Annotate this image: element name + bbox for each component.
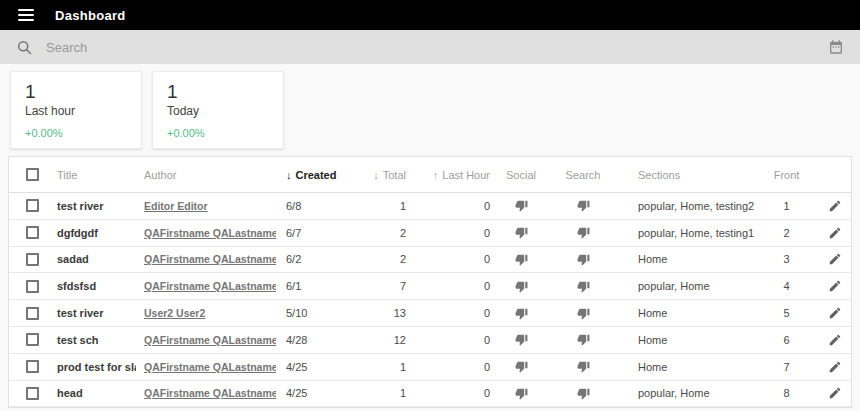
edit-pencil-icon[interactable] bbox=[828, 360, 842, 374]
edit-pencil-icon[interactable] bbox=[828, 306, 842, 320]
menu-icon[interactable] bbox=[18, 9, 34, 21]
app-bar: Dashboard bbox=[0, 0, 860, 30]
thumb-down-icon[interactable] bbox=[577, 387, 590, 400]
content-table: Title Author ↓Created ↓Total ↑Last Hour … bbox=[8, 156, 852, 408]
sort-desc-icon: ↓ bbox=[373, 169, 379, 181]
select-all-checkbox[interactable] bbox=[26, 168, 39, 181]
thumb-down-icon[interactable] bbox=[577, 226, 590, 239]
thumb-down-icon[interactable] bbox=[515, 280, 528, 293]
row-checkbox[interactable] bbox=[26, 387, 39, 400]
edit-pencil-icon[interactable] bbox=[828, 199, 842, 213]
row-created: 6/1 bbox=[276, 280, 356, 292]
header-search[interactable]: Search bbox=[552, 169, 614, 181]
table-row: dgfdgdf QAFirstname QALastname 6/7 2 0 p… bbox=[9, 220, 851, 247]
row-last-hour: 0 bbox=[406, 227, 490, 239]
stat-value: 1 bbox=[167, 81, 269, 103]
row-created: 4/28 bbox=[276, 334, 356, 346]
table-row: test river Editor Editor 6/8 1 0 popular… bbox=[9, 193, 851, 220]
row-front: 3 bbox=[764, 253, 809, 265]
search-input[interactable] bbox=[44, 39, 828, 56]
thumb-down-icon[interactable] bbox=[577, 333, 590, 346]
row-title: test river bbox=[49, 200, 136, 212]
author-link[interactable]: QAFirstname QALastname bbox=[144, 280, 276, 292]
row-front: 4 bbox=[764, 280, 809, 292]
stats-section: 1 Last hour +0.00% 1 Today +0.00% bbox=[0, 64, 860, 156]
row-created: 4/25 bbox=[276, 361, 356, 373]
author-link[interactable]: QAFirstname QALastname bbox=[144, 387, 276, 399]
row-created: 6/2 bbox=[276, 253, 356, 265]
thumb-down-icon[interactable] bbox=[515, 199, 528, 212]
table-row: sfdsfsd QAFirstname QALastname 6/1 7 0 p… bbox=[9, 273, 851, 300]
row-title: head bbox=[49, 387, 136, 399]
row-sections: Home bbox=[614, 334, 764, 346]
edit-pencil-icon[interactable] bbox=[828, 386, 842, 400]
thumb-down-icon[interactable] bbox=[515, 387, 528, 400]
row-front: 2 bbox=[764, 227, 809, 239]
thumb-down-icon[interactable] bbox=[577, 280, 590, 293]
row-front: 8 bbox=[764, 387, 809, 399]
author-link[interactable]: QAFirstname QALastname bbox=[144, 361, 276, 373]
table-row: test river User2 User2 5/10 13 0 Home 5 bbox=[9, 300, 851, 327]
header-last-hour[interactable]: ↑Last Hour bbox=[406, 169, 490, 181]
edit-pencil-icon[interactable] bbox=[828, 333, 842, 347]
sort-desc-icon: ↓ bbox=[286, 169, 292, 181]
row-title: test sch bbox=[49, 334, 136, 346]
header-created[interactable]: ↓Created bbox=[276, 169, 356, 181]
header-sections[interactable]: Sections bbox=[614, 169, 764, 181]
thumb-down-icon[interactable] bbox=[515, 333, 528, 346]
row-last-hour: 0 bbox=[406, 334, 490, 346]
row-total: 1 bbox=[356, 200, 406, 212]
row-last-hour: 0 bbox=[406, 253, 490, 265]
row-total: 13 bbox=[356, 307, 406, 319]
row-front: 1 bbox=[764, 200, 809, 212]
row-sections: popular, Home bbox=[614, 387, 764, 399]
thumb-down-icon[interactable] bbox=[515, 360, 528, 373]
calendar-icon[interactable] bbox=[828, 39, 844, 55]
row-checkbox[interactable] bbox=[26, 280, 39, 293]
row-checkbox[interactable] bbox=[26, 199, 39, 212]
thumb-down-icon[interactable] bbox=[515, 226, 528, 239]
edit-pencil-icon[interactable] bbox=[828, 252, 842, 266]
row-checkbox[interactable] bbox=[26, 307, 39, 320]
thumb-down-icon[interactable] bbox=[577, 253, 590, 266]
header-social[interactable]: Social bbox=[490, 169, 552, 181]
sort-asc-icon: ↑ bbox=[433, 169, 439, 181]
author-link[interactable]: QAFirstname QALastname bbox=[144, 253, 276, 265]
edit-pencil-icon[interactable] bbox=[828, 226, 842, 240]
row-total: 12 bbox=[356, 334, 406, 346]
row-title: sfdsfsd bbox=[49, 280, 136, 292]
header-total[interactable]: ↓Total bbox=[356, 169, 406, 181]
author-link[interactable]: QAFirstname QALastname bbox=[144, 334, 276, 346]
header-title[interactable]: Title bbox=[49, 169, 136, 181]
thumb-down-icon[interactable] bbox=[515, 307, 528, 320]
row-last-hour: 0 bbox=[406, 361, 490, 373]
author-link[interactable]: User2 User2 bbox=[144, 307, 205, 319]
row-sections: popular, Home, testing2 bbox=[614, 200, 764, 212]
row-last-hour: 0 bbox=[406, 307, 490, 319]
edit-pencil-icon[interactable] bbox=[828, 279, 842, 293]
row-checkbox[interactable] bbox=[26, 226, 39, 239]
row-checkbox[interactable] bbox=[26, 360, 39, 373]
stat-card-today: 1 Today +0.00% bbox=[152, 71, 284, 149]
row-sections: Home bbox=[614, 361, 764, 373]
thumb-down-icon[interactable] bbox=[515, 253, 528, 266]
stat-change: +0.00% bbox=[167, 127, 269, 139]
row-checkbox[interactable] bbox=[26, 333, 39, 346]
header-author[interactable]: Author bbox=[136, 169, 276, 181]
header-front[interactable]: Front bbox=[764, 169, 809, 181]
author-link[interactable]: QAFirstname QALastname bbox=[144, 227, 276, 239]
row-title: dgfdgdf bbox=[49, 227, 136, 239]
table-row: head QAFirstname QALastname 4/25 1 0 pop… bbox=[9, 381, 851, 408]
row-title: prod test for slack bbox=[49, 361, 136, 373]
row-last-hour: 0 bbox=[406, 280, 490, 292]
author-link[interactable]: Editor Editor bbox=[144, 200, 208, 212]
search-icon bbox=[16, 39, 33, 56]
search-bar bbox=[0, 30, 860, 64]
row-front: 6 bbox=[764, 334, 809, 346]
thumb-down-icon[interactable] bbox=[577, 307, 590, 320]
thumb-down-icon[interactable] bbox=[577, 199, 590, 212]
thumb-down-icon[interactable] bbox=[577, 360, 590, 373]
stat-card-last-hour: 1 Last hour +0.00% bbox=[10, 71, 142, 149]
row-checkbox[interactable] bbox=[26, 253, 39, 266]
row-sections: popular, Home bbox=[614, 280, 764, 292]
